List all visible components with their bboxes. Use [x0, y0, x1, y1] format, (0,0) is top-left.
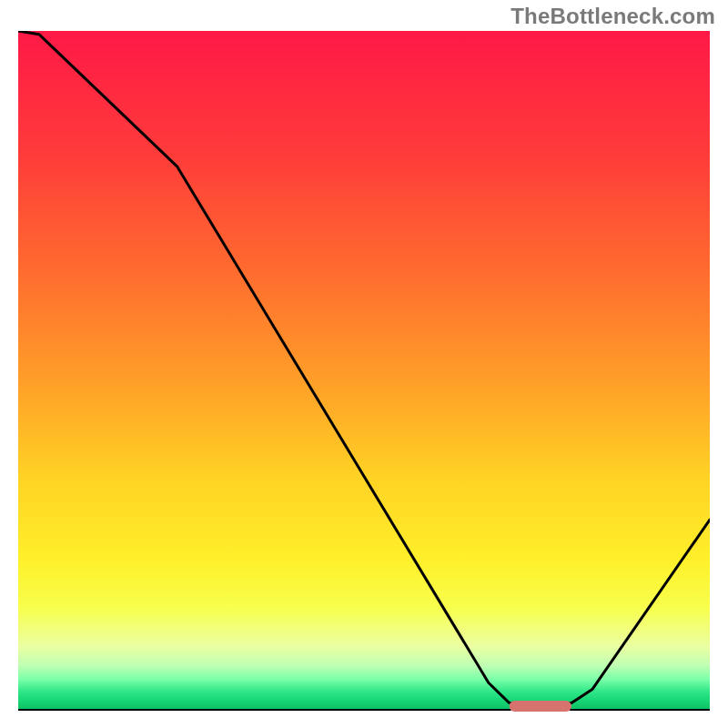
optimal-range-marker [510, 701, 571, 712]
chart-container: TheBottleneck.com [0, 0, 728, 728]
gradient-background [18, 31, 710, 710]
watermark-text: TheBottleneck.com [511, 4, 715, 29]
bottleneck-curve-chart [0, 0, 728, 728]
